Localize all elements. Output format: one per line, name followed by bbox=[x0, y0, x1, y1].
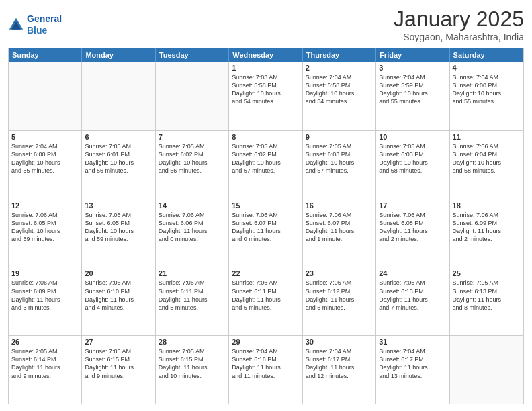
day-info: Sunrise: 7:05 AMSunset: 6:03 PMDaylight:… bbox=[379, 142, 446, 175]
calendar-cell: 15Sunrise: 7:06 AMSunset: 6:07 PMDayligh… bbox=[229, 199, 302, 267]
calendar-cell: 2Sunrise: 7:04 AMSunset: 5:58 PMDaylight… bbox=[303, 62, 376, 130]
day-number: 29 bbox=[232, 338, 299, 346]
day-info: Sunrise: 7:05 AMSunset: 6:12 PMDaylight:… bbox=[306, 279, 373, 312]
weekday-header: Monday bbox=[82, 48, 155, 62]
calendar-cell: 20Sunrise: 7:06 AMSunset: 6:10 PMDayligh… bbox=[82, 267, 155, 335]
day-number: 26 bbox=[11, 338, 79, 346]
day-number: 30 bbox=[306, 338, 373, 346]
day-info: Sunrise: 7:06 AMSunset: 6:05 PMDaylight:… bbox=[11, 211, 79, 244]
calendar-cell: 17Sunrise: 7:06 AMSunset: 6:08 PMDayligh… bbox=[376, 199, 449, 267]
day-info: Sunrise: 7:05 AMSunset: 6:02 PMDaylight:… bbox=[232, 142, 299, 175]
location-subtitle: Soygaon, Maharashtra, India bbox=[394, 32, 524, 42]
day-number: 6 bbox=[85, 133, 152, 141]
day-number: 25 bbox=[453, 269, 521, 277]
weekday-header: Saturday bbox=[450, 48, 523, 62]
day-info: Sunrise: 7:05 AMSunset: 6:01 PMDaylight:… bbox=[85, 142, 152, 175]
weekday-header: Tuesday bbox=[156, 48, 229, 62]
day-number: 18 bbox=[453, 201, 521, 210]
day-number: 19 bbox=[11, 269, 79, 277]
weekday-header: Friday bbox=[376, 48, 449, 62]
day-info: Sunrise: 7:04 AMSunset: 6:16 PMDaylight:… bbox=[232, 347, 299, 380]
calendar-body: 1Sunrise: 7:03 AMSunset: 5:58 PMDaylight… bbox=[9, 62, 523, 404]
calendar-cell: 5Sunrise: 7:04 AMSunset: 6:00 PMDaylight… bbox=[9, 131, 82, 199]
day-info: Sunrise: 7:03 AMSunset: 5:58 PMDaylight:… bbox=[232, 73, 299, 106]
day-number: 4 bbox=[453, 64, 521, 72]
calendar-cell: 28Sunrise: 7:05 AMSunset: 6:15 PMDayligh… bbox=[156, 336, 229, 404]
calendar-row: 1Sunrise: 7:03 AMSunset: 5:58 PMDaylight… bbox=[9, 62, 523, 130]
calendar-cell: 16Sunrise: 7:06 AMSunset: 6:07 PMDayligh… bbox=[303, 199, 376, 267]
day-number: 9 bbox=[306, 133, 373, 141]
calendar-cell: 27Sunrise: 7:05 AMSunset: 6:15 PMDayligh… bbox=[82, 336, 155, 404]
day-number: 16 bbox=[306, 201, 373, 210]
day-number: 8 bbox=[232, 133, 299, 141]
calendar-cell: 31Sunrise: 7:04 AMSunset: 6:17 PMDayligh… bbox=[376, 336, 449, 404]
calendar-cell: 4Sunrise: 7:04 AMSunset: 6:00 PMDaylight… bbox=[450, 62, 523, 130]
day-info: Sunrise: 7:04 AMSunset: 6:17 PMDaylight:… bbox=[379, 347, 446, 380]
day-info: Sunrise: 7:06 AMSunset: 6:07 PMDaylight:… bbox=[306, 211, 373, 244]
day-number: 10 bbox=[379, 133, 446, 141]
day-info: Sunrise: 7:06 AMSunset: 6:08 PMDaylight:… bbox=[379, 211, 446, 244]
day-info: Sunrise: 7:05 AMSunset: 6:13 PMDaylight:… bbox=[453, 279, 521, 312]
day-info: Sunrise: 7:05 AMSunset: 6:15 PMDaylight:… bbox=[85, 347, 152, 380]
weekday-header: Sunday bbox=[9, 48, 82, 62]
calendar: SundayMondayTuesdayWednesdayThursdayFrid… bbox=[8, 48, 524, 404]
day-number: 7 bbox=[159, 133, 226, 141]
header: General Blue January 2025 Soygaon, Mahar… bbox=[8, 7, 524, 42]
calendar-cell: 21Sunrise: 7:06 AMSunset: 6:11 PMDayligh… bbox=[156, 267, 229, 335]
day-number: 22 bbox=[232, 269, 299, 277]
day-number: 21 bbox=[159, 269, 226, 277]
page-container: General Blue January 2025 Soygaon, Mahar… bbox=[0, 0, 532, 411]
calendar-row: 26Sunrise: 7:05 AMSunset: 6:14 PMDayligh… bbox=[9, 335, 523, 404]
calendar-cell: 29Sunrise: 7:04 AMSunset: 6:16 PMDayligh… bbox=[229, 336, 302, 404]
day-number: 11 bbox=[453, 133, 521, 141]
calendar-cell: 22Sunrise: 7:06 AMSunset: 6:11 PMDayligh… bbox=[229, 267, 302, 335]
month-title: January 2025 bbox=[394, 7, 524, 32]
day-number: 31 bbox=[379, 338, 446, 346]
day-number: 27 bbox=[85, 338, 152, 346]
day-info: Sunrise: 7:05 AMSunset: 6:15 PMDaylight:… bbox=[159, 347, 226, 380]
calendar-cell: 14Sunrise: 7:06 AMSunset: 6:06 PMDayligh… bbox=[156, 199, 229, 267]
logo-icon bbox=[8, 17, 24, 33]
day-number: 2 bbox=[306, 64, 373, 72]
calendar-cell: 8Sunrise: 7:05 AMSunset: 6:02 PMDaylight… bbox=[229, 131, 302, 199]
calendar-cell bbox=[82, 62, 155, 130]
day-info: Sunrise: 7:06 AMSunset: 6:11 PMDaylight:… bbox=[232, 279, 299, 312]
calendar-cell: 7Sunrise: 7:05 AMSunset: 6:02 PMDaylight… bbox=[156, 131, 229, 199]
calendar-cell: 13Sunrise: 7:06 AMSunset: 6:05 PMDayligh… bbox=[82, 199, 155, 267]
day-number: 12 bbox=[11, 201, 79, 210]
calendar-cell: 23Sunrise: 7:05 AMSunset: 6:12 PMDayligh… bbox=[303, 267, 376, 335]
calendar-row: 19Sunrise: 7:06 AMSunset: 6:09 PMDayligh… bbox=[9, 267, 523, 335]
calendar-cell: 11Sunrise: 7:06 AMSunset: 6:04 PMDayligh… bbox=[450, 131, 523, 199]
weekday-header: Thursday bbox=[303, 48, 376, 62]
day-info: Sunrise: 7:06 AMSunset: 6:07 PMDaylight:… bbox=[232, 211, 299, 244]
day-info: Sunrise: 7:04 AMSunset: 5:59 PMDaylight:… bbox=[379, 73, 446, 106]
day-number: 23 bbox=[306, 269, 373, 277]
calendar-cell: 9Sunrise: 7:05 AMSunset: 6:03 PMDaylight… bbox=[303, 131, 376, 199]
day-info: Sunrise: 7:04 AMSunset: 5:58 PMDaylight:… bbox=[306, 73, 373, 106]
calendar-cell: 24Sunrise: 7:05 AMSunset: 6:13 PMDayligh… bbox=[376, 267, 449, 335]
weekday-header: Wednesday bbox=[229, 48, 302, 62]
calendar-cell: 1Sunrise: 7:03 AMSunset: 5:58 PMDaylight… bbox=[229, 62, 302, 130]
day-info: Sunrise: 7:05 AMSunset: 6:14 PMDaylight:… bbox=[11, 347, 79, 380]
day-number: 15 bbox=[232, 201, 299, 210]
day-number: 13 bbox=[85, 201, 152, 210]
day-info: Sunrise: 7:06 AMSunset: 6:06 PMDaylight:… bbox=[159, 211, 226, 244]
day-info: Sunrise: 7:06 AMSunset: 6:05 PMDaylight:… bbox=[85, 211, 152, 244]
day-info: Sunrise: 7:06 AMSunset: 6:09 PMDaylight:… bbox=[453, 211, 521, 244]
logo-blue: Blue bbox=[27, 25, 47, 36]
calendar-header: SundayMondayTuesdayWednesdayThursdayFrid… bbox=[9, 48, 523, 62]
logo-text: General Blue bbox=[27, 13, 62, 36]
day-info: Sunrise: 7:06 AMSunset: 6:09 PMDaylight:… bbox=[11, 279, 79, 312]
logo: General Blue bbox=[8, 13, 62, 36]
calendar-cell: 6Sunrise: 7:05 AMSunset: 6:01 PMDaylight… bbox=[82, 131, 155, 199]
calendar-cell: 3Sunrise: 7:04 AMSunset: 5:59 PMDaylight… bbox=[376, 62, 449, 130]
day-info: Sunrise: 7:05 AMSunset: 6:13 PMDaylight:… bbox=[379, 279, 446, 312]
calendar-cell: 19Sunrise: 7:06 AMSunset: 6:09 PMDayligh… bbox=[9, 267, 82, 335]
calendar-cell: 12Sunrise: 7:06 AMSunset: 6:05 PMDayligh… bbox=[9, 199, 82, 267]
calendar-cell: 26Sunrise: 7:05 AMSunset: 6:14 PMDayligh… bbox=[9, 336, 82, 404]
day-info: Sunrise: 7:05 AMSunset: 6:02 PMDaylight:… bbox=[159, 142, 226, 175]
calendar-cell: 30Sunrise: 7:04 AMSunset: 6:17 PMDayligh… bbox=[303, 336, 376, 404]
calendar-cell: 25Sunrise: 7:05 AMSunset: 6:13 PMDayligh… bbox=[450, 267, 523, 335]
day-number: 3 bbox=[379, 64, 446, 72]
day-number: 17 bbox=[379, 201, 446, 210]
